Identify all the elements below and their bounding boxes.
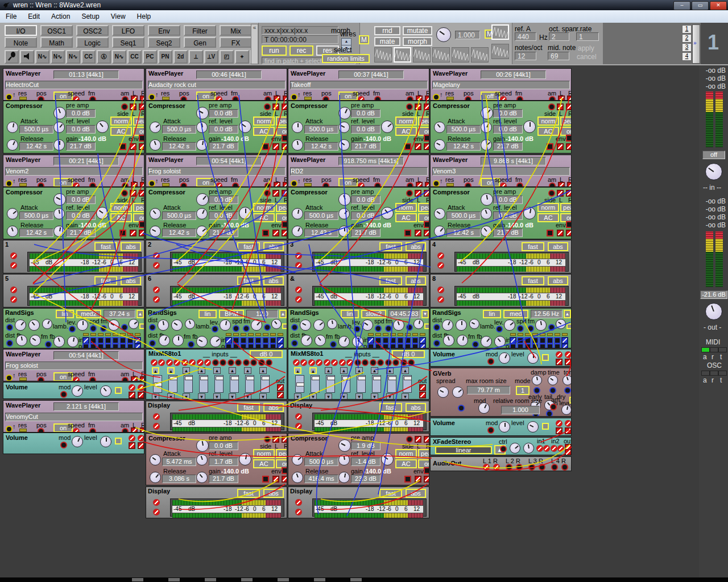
in2-l-port[interactable] xyxy=(551,445,557,452)
am-port[interactable] xyxy=(264,96,271,101)
morph-slot-thumb-4[interactable] xyxy=(432,47,450,63)
spd-port[interactable] xyxy=(233,325,239,332)
module-compressor[interactable]: Compressorpre amp0.0 dBsideLRnormpeakACo… xyxy=(3,187,144,239)
side-port[interactable] xyxy=(406,103,413,110)
ac-button[interactable]: AC xyxy=(110,127,132,136)
left-out-jack[interactable] xyxy=(416,95,423,101)
in-l-port[interactable] xyxy=(556,420,562,427)
menu-setup[interactable]: Setup xyxy=(76,11,105,22)
dist-knob[interactable] xyxy=(15,319,26,331)
norm-button[interactable]: norm xyxy=(395,117,417,126)
ch2-in-l[interactable] xyxy=(308,359,315,366)
input-l-port[interactable] xyxy=(437,252,444,259)
in-r-port[interactable] xyxy=(138,435,144,442)
gain-knob[interactable] xyxy=(481,139,492,151)
out-l-jack[interactable] xyxy=(556,359,562,365)
lin-button[interactable]: lin xyxy=(198,310,217,318)
module-compressor[interactable]: Compressorpre amp1.9 dBsideLRnormpeakACo… xyxy=(288,433,429,485)
fast-button[interactable]: fast xyxy=(522,242,544,251)
l-out-jack[interactable] xyxy=(557,230,564,236)
out-port-6[interactable] xyxy=(547,343,553,348)
norm-button[interactable]: norm xyxy=(253,449,275,458)
pos-port[interactable] xyxy=(38,377,44,381)
r-in-jack[interactable] xyxy=(139,190,144,197)
ch5-down-button[interactable]: ▼ xyxy=(355,393,363,400)
fader-handle[interactable] xyxy=(200,376,208,380)
l-out-jack[interactable] xyxy=(272,476,279,483)
minimize-button[interactable]: – xyxy=(673,1,690,10)
ac-button[interactable]: AC xyxy=(537,127,559,136)
r-in-jack[interactable] xyxy=(139,103,144,110)
palette-mix[interactable]: Mix xyxy=(220,25,252,36)
ch5-fader[interactable] xyxy=(214,375,224,393)
spd-knob[interactable] xyxy=(535,319,547,331)
module-compressor[interactable]: Compressorpre amp0.0 dBsideLRnormpeakACo… xyxy=(3,101,144,153)
mini-button[interactable] xyxy=(282,323,287,329)
ch8-fader[interactable] xyxy=(403,375,412,393)
spd-port[interactable] xyxy=(375,325,382,332)
mate-button[interactable]: mate xyxy=(374,37,400,46)
out-port-8[interactable] xyxy=(561,343,568,348)
l-in-jack[interactable] xyxy=(272,103,279,110)
ch8-in-l[interactable] xyxy=(400,359,407,366)
ch2-fader[interactable] xyxy=(311,375,320,393)
env-port[interactable] xyxy=(282,221,287,228)
l-in-jack[interactable] xyxy=(415,436,421,443)
pos-port[interactable] xyxy=(465,182,471,187)
out-port-5[interactable] xyxy=(397,343,404,348)
ac-button[interactable]: AC xyxy=(110,213,132,222)
ratio-knob[interactable] xyxy=(239,453,251,465)
out-l-jack[interactable] xyxy=(129,392,135,398)
ch1-up-button[interactable]: ▲ xyxy=(152,367,159,374)
l-in-jack[interactable] xyxy=(557,190,564,197)
rate-mode-button[interactable]: med2 xyxy=(76,310,101,318)
ref-a-input[interactable]: 440 xyxy=(515,32,536,41)
input-l-port[interactable] xyxy=(10,252,17,259)
input-l-port[interactable] xyxy=(153,499,160,506)
out-port-1[interactable] xyxy=(367,343,374,348)
mode-button[interactable]: 1 xyxy=(516,386,530,395)
left-out-jack[interactable] xyxy=(131,376,138,381)
ch7-in-r[interactable] xyxy=(250,359,257,366)
dist2-knob[interactable] xyxy=(28,319,40,331)
fast-button[interactable]: fast xyxy=(94,276,117,285)
fm-fb-knob[interactable] xyxy=(338,336,350,347)
attack-knob[interactable] xyxy=(7,122,18,133)
side-port[interactable] xyxy=(406,190,413,197)
out-port-8[interactable] xyxy=(277,343,284,348)
out-port-8[interactable] xyxy=(134,343,141,348)
direction-button[interactable]: ▼ xyxy=(421,310,429,318)
rec-button[interactable]: rec xyxy=(289,45,313,56)
fast-button[interactable]: fast xyxy=(237,242,260,251)
trigger-port[interactable] xyxy=(6,375,13,381)
pager-chevron[interactable]: » xyxy=(693,40,697,46)
apply-button[interactable]: apply xyxy=(578,44,594,52)
fm-fb2-knob[interactable] xyxy=(352,336,363,347)
palette-lfo[interactable]: LFO xyxy=(112,25,144,36)
out-r-jack[interactable] xyxy=(565,427,572,434)
right-out-jack[interactable] xyxy=(425,182,429,187)
ch7-up-button[interactable]: ▲ xyxy=(244,367,251,374)
fm-fb2-knob[interactable] xyxy=(494,336,506,347)
out-r-jack[interactable] xyxy=(138,392,144,398)
input-l-port[interactable] xyxy=(295,413,302,420)
gain-knob[interactable] xyxy=(338,139,350,151)
ch1-down-button[interactable]: ▼ xyxy=(152,393,159,400)
in-l-port[interactable] xyxy=(556,351,562,358)
db-display[interactable]: dB 0 xyxy=(250,350,283,358)
out-port-7[interactable] xyxy=(127,343,134,348)
side-out-port[interactable] xyxy=(404,476,411,483)
r-in-jack[interactable] xyxy=(282,436,287,443)
abs-button[interactable]: abs xyxy=(548,276,568,285)
env-port[interactable] xyxy=(424,135,429,142)
ratio-knob[interactable] xyxy=(239,207,251,219)
ramp-icon[interactable]: ⟂ xyxy=(189,50,203,64)
preamp-knob[interactable] xyxy=(338,107,351,119)
dist-fb-knob[interactable] xyxy=(16,335,27,346)
out-port-7[interactable] xyxy=(270,343,276,348)
mini-button[interactable] xyxy=(424,323,429,329)
ch3-down-button[interactable]: ▼ xyxy=(183,393,190,400)
ch1-fader[interactable] xyxy=(153,375,162,393)
ch8-down-button[interactable]: ▼ xyxy=(402,393,409,400)
palette-env[interactable]: Env xyxy=(148,25,180,36)
